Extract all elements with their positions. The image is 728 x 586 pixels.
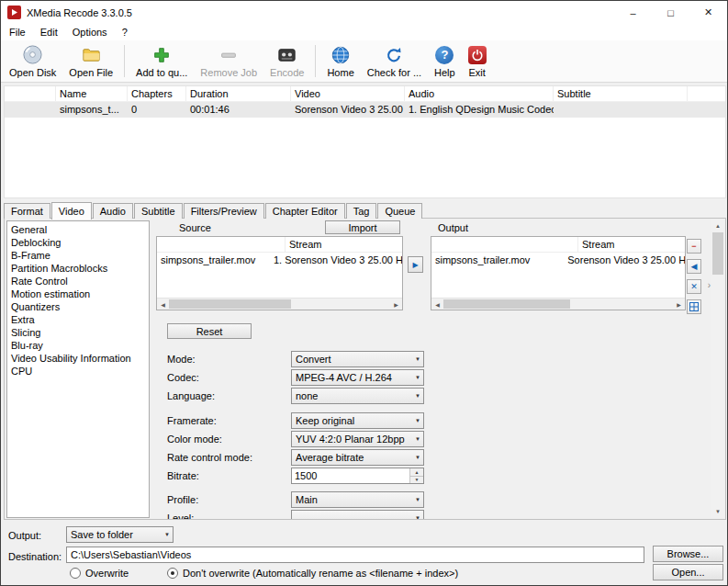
tab-subtitle[interactable]: Subtitle — [134, 203, 183, 219]
output-file-column[interactable] — [431, 237, 578, 252]
spin-down-icon[interactable]: ▼ — [410, 476, 423, 484]
scroll-left-icon[interactable]: ◀ — [157, 299, 169, 310]
section-slicing[interactable]: Slicing — [8, 326, 148, 339]
section-general[interactable]: General — [8, 223, 148, 236]
destination-path-input[interactable] — [66, 547, 644, 563]
menu-bar: File Edit Options ? — [1, 24, 727, 40]
mode-row: Mode: Convert ▼ — [167, 351, 433, 367]
scrollbar-thumb[interactable] — [712, 232, 723, 275]
transfer-stream-button[interactable]: ▶ — [408, 256, 423, 273]
column-header-chapters[interactable]: Chapters — [128, 86, 186, 101]
help-button[interactable]: ? Help — [428, 41, 462, 81]
profile-select[interactable]: Main ▼ — [291, 491, 424, 508]
tab-tag[interactable]: Tag — [346, 203, 377, 219]
minimize-button[interactable]: – — [614, 1, 652, 24]
section-partition-macroblocks[interactable]: Partition Macroblocks — [8, 262, 148, 275]
menu-file[interactable]: File — [2, 25, 33, 39]
maximize-button[interactable]: □ — [652, 1, 689, 24]
column-header-subtitle[interactable]: Subtitle — [554, 86, 688, 101]
menu-edit[interactable]: Edit — [33, 25, 65, 39]
tab-queue[interactable]: Queue — [377, 203, 422, 219]
scroll-right-icon[interactable]: ▶ — [673, 299, 685, 310]
scroll-down-icon[interactable]: ▼ — [711, 505, 724, 518]
section-blu-ray[interactable]: Blu-ray — [8, 339, 148, 352]
clear-streams-button[interactable]: ✕ — [687, 279, 701, 294]
bitrate-input[interactable] — [292, 468, 409, 483]
spin-up-icon[interactable]: ▲ — [410, 468, 423, 476]
tab-audio[interactable]: Audio — [93, 203, 133, 219]
column-header-name[interactable]: Name — [56, 86, 128, 101]
open-file-button[interactable]: Open File — [62, 41, 119, 81]
dont-overwrite-radio-group[interactable]: Don't overwrite (Automatically rename as… — [167, 567, 458, 580]
menu-options[interactable]: Options — [65, 25, 115, 39]
job-cell-video: Sorenson Video 3 25.00 H... — [291, 102, 405, 118]
tab-format[interactable]: Format — [4, 203, 50, 219]
source-file-column[interactable] — [157, 237, 286, 252]
grid-button[interactable] — [687, 299, 701, 314]
scroll-right-icon[interactable]: ▶ — [390, 299, 402, 310]
column-header-duration[interactable]: Duration — [186, 86, 291, 101]
window-title: XMedia Recode 3.3.0.5 — [27, 7, 132, 18]
output-table-header: Stream — [431, 237, 685, 253]
remove-stream-button[interactable]: − — [687, 239, 701, 254]
source-stream-column[interactable]: Stream — [286, 237, 325, 252]
overwrite-radio-group[interactable]: Overwrite — [70, 567, 129, 580]
app-icon — [7, 6, 21, 19]
check-updates-button[interactable]: Check for ... — [361, 41, 428, 81]
source-stream-row[interactable]: simpsons_trailer.mov 1. Sorenson Video 3… — [157, 253, 402, 267]
mode-select[interactable]: Convert ▼ — [291, 351, 424, 367]
tab-chapter-editor[interactable]: Chapter Editor — [265, 203, 345, 219]
section-rate-control[interactable]: Rate Control — [8, 275, 148, 287]
codec-select[interactable]: MPEG-4 AVC / H.264 ▼ — [291, 369, 424, 386]
codec-row: Codec: MPEG-4 AVC / H.264 ▼ — [167, 369, 433, 386]
column-header-audio[interactable]: Audio — [405, 86, 554, 101]
color-mode-label: Color mode: — [167, 434, 222, 445]
scroll-left-icon[interactable]: ◀ — [431, 299, 443, 310]
section-b-frame[interactable]: B-Frame — [8, 249, 148, 262]
job-row[interactable]: simpsons_t... 0 00:01:46 Sorenson Video … — [5, 102, 725, 118]
column-header-video[interactable]: Video — [291, 86, 405, 101]
import-button[interactable]: Import — [325, 220, 400, 234]
output-horizontal-scrollbar[interactable]: ◀ ▶ — [431, 298, 685, 310]
close-button[interactable]: ✕ — [689, 1, 727, 24]
vertical-scrollbar[interactable]: ▲ ▼ — [711, 220, 724, 518]
scrollbar-thumb[interactable] — [169, 299, 291, 309]
menu-help[interactable]: ? — [115, 25, 135, 39]
section-video-usability-information[interactable]: Video Usability Information — [8, 352, 148, 365]
video-section-list: General Deblocking B-Frame Partition Mac… — [6, 220, 150, 518]
expand-chevron-icon[interactable]: › — [708, 280, 711, 290]
dont-overwrite-radio[interactable] — [167, 568, 178, 579]
tab-video[interactable]: Video — [51, 202, 92, 220]
encode-button[interactable]: Encode — [263, 41, 310, 81]
section-deblocking[interactable]: Deblocking — [8, 236, 148, 249]
output-stream-row[interactable]: simpsons_trailer.mov Sorenson Video 3 25… — [431, 253, 685, 267]
section-cpu[interactable]: CPU — [8, 365, 148, 378]
remove-job-button[interactable]: Remove Job — [194, 41, 263, 81]
reset-button[interactable]: Reset — [167, 323, 252, 339]
language-select[interactable]: none ▼ — [291, 388, 424, 404]
tab-filters-preview[interactable]: Filters/Preview — [184, 203, 264, 219]
open-button[interactable]: Open... — [653, 564, 723, 580]
column-header-icon[interactable] — [5, 86, 56, 101]
framerate-select[interactable]: Keep original ▼ — [291, 412, 424, 429]
level-select[interactable]: ▼ — [291, 510, 424, 520]
open-disk-button[interactable]: Open Disk — [3, 41, 62, 81]
chevron-down-icon: ▼ — [415, 515, 420, 520]
browse-button[interactable]: Browse... — [653, 546, 723, 562]
rate-control-mode-select[interactable]: Average bitrate ▼ — [291, 449, 424, 466]
exit-button[interactable]: Exit — [462, 41, 493, 81]
scrollbar-thumb[interactable] — [443, 299, 570, 309]
section-extra[interactable]: Extra — [8, 313, 148, 326]
section-quantizers[interactable]: Quantizers — [8, 300, 148, 313]
source-horizontal-scrollbar[interactable]: ◀ ▶ — [157, 298, 402, 310]
output-stream-column[interactable]: Stream — [578, 237, 618, 252]
home-button[interactable]: Home — [320, 41, 360, 81]
section-motion-estimation[interactable]: Motion estimation — [8, 287, 148, 300]
add-to-queue-button[interactable]: Add to qu... — [129, 41, 194, 81]
output-mode-select[interactable]: Save to folder ▼ — [66, 526, 174, 543]
color-mode-select[interactable]: YUV 4:2:0 Planar 12bpp ▼ — [291, 431, 424, 447]
overwrite-radio[interactable] — [70, 568, 81, 579]
title-bar: XMedia Recode 3.3.0.5 – □ ✕ — [1, 1, 727, 24]
scroll-up-icon[interactable]: ▲ — [711, 220, 724, 232]
move-back-button[interactable]: ◀ — [687, 259, 701, 274]
